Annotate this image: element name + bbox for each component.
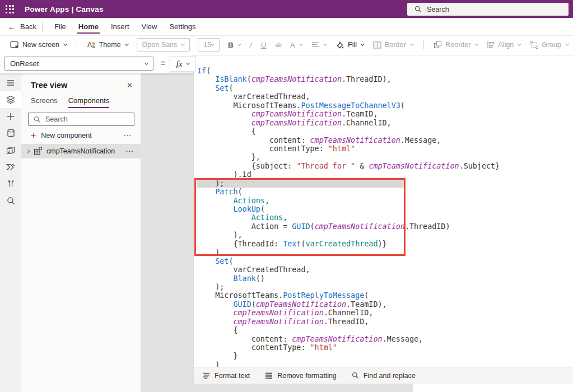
code-line[interactable]: ); — [197, 179, 404, 188]
code-line[interactable]: {subject: "Thread for " & cmpTeamsNotifi… — [197, 162, 572, 170]
font-color-icon: A — [290, 41, 295, 49]
code-line[interactable]: contentType: "html" — [197, 144, 572, 153]
property-dropdown[interactable]: OnReset — [4, 57, 153, 71]
tab-screens[interactable]: Screens — [31, 94, 58, 109]
more-options-icon[interactable]: ··· — [124, 132, 132, 139]
code-line[interactable]: If( — [197, 67, 572, 75]
remove-formatting-label: Remove formatting — [277, 372, 337, 380]
tree-search-box[interactable] — [28, 113, 134, 126]
chevron-down-icon — [410, 42, 414, 46]
format-text-button[interactable]: Format text — [202, 372, 250, 380]
menu-item-view[interactable]: View — [136, 18, 164, 35]
left-icon-rail — [0, 73, 21, 392]
font-family-select[interactable]: Open Sans — [137, 38, 190, 52]
new-screen-button[interactable]: New screen — [6, 36, 71, 54]
menu-item-home[interactable]: Home — [72, 18, 105, 35]
font-color-button[interactable]: A — [286, 36, 307, 54]
property-value: OnReset — [10, 59, 39, 68]
global-search-placeholder: Search — [427, 6, 449, 13]
back-button[interactable]: ← Back — [8, 22, 36, 31]
tab-components[interactable]: Components — [68, 94, 110, 109]
fx-button[interactable]: fx — [170, 56, 195, 72]
code-line[interactable]: cmpTeamsNotification.ThreadID, — [197, 318, 572, 326]
search-icon — [414, 6, 422, 13]
more-options-icon[interactable]: ··· — [126, 148, 134, 155]
media-icon[interactable] — [0, 142, 21, 158]
code-line[interactable]: { — [197, 127, 572, 136]
code-line[interactable]: contentType: "html" — [197, 343, 572, 352]
expand-chevron-icon[interactable] — [26, 149, 30, 153]
code-line[interactable]: varCreatedThread, — [197, 92, 572, 101]
code-line[interactable]: ).id — [197, 170, 572, 179]
theme-button[interactable]: A Theme — [83, 36, 133, 54]
remove-formatting-button[interactable]: Remove formatting — [265, 372, 337, 380]
border-button[interactable]: Border — [369, 36, 418, 54]
font-size-select[interactable]: 15 — [198, 38, 220, 52]
equals-sign: = — [161, 59, 165, 68]
tree-search-input[interactable] — [45, 115, 124, 123]
align-button[interactable]: Align — [482, 36, 525, 54]
menu-item-file[interactable]: File — [48, 18, 72, 35]
code-line[interactable]: ), — [197, 248, 572, 256]
search-panel-icon[interactable] — [0, 192, 21, 209]
code-line[interactable]: varCreatedThread, — [197, 265, 572, 274]
code-line[interactable]: ) — [197, 361, 572, 367]
component-tree-item[interactable]: cmpTeamsNotification ··· — [21, 144, 141, 158]
code-line[interactable]: ); — [197, 283, 572, 291]
code-line[interactable]: cmpTeamsNotification.ChannelID, — [197, 309, 572, 317]
code-line[interactable]: Patch( — [197, 188, 572, 196]
chevron-down-icon — [323, 42, 327, 46]
code-line[interactable]: IsBlank(cmpTeamsNotification.ThreadID), — [197, 75, 572, 83]
italic-button[interactable]: / — [245, 36, 257, 54]
underline-button[interactable]: U — [257, 36, 271, 54]
code-line[interactable]: Blank() — [197, 274, 572, 283]
hamburger-menu-icon[interactable] — [0, 74, 21, 91]
code-line[interactable]: cmpTeamsNotification.TeamID, — [197, 110, 572, 118]
code-line[interactable]: Actions, — [197, 213, 572, 222]
code-line[interactable]: LookUp( — [197, 205, 572, 213]
text-align-button[interactable] — [307, 36, 331, 54]
new-component-button[interactable]: + New component ··· — [21, 126, 141, 144]
code-line[interactable]: GUID(cmpTeamsNotification.TeamID), — [197, 300, 572, 309]
waffle-menu-icon[interactable] — [0, 0, 19, 18]
bold-button[interactable]: B — [223, 36, 245, 54]
code-line[interactable]: Actions, — [197, 197, 572, 205]
strikethrough-icon: ab — [275, 41, 281, 48]
chevron-down-icon — [474, 42, 478, 46]
code-line[interactable]: cmpTeamsNotification.ChannelID, — [197, 119, 572, 127]
data-icon[interactable] — [0, 125, 21, 142]
group-icon — [530, 41, 538, 49]
power-automate-icon[interactable] — [0, 158, 21, 175]
code-line[interactable]: } — [197, 352, 572, 360]
strikethrough-button[interactable]: ab — [271, 36, 286, 54]
find-and-replace-button[interactable]: Find and replace — [352, 372, 416, 380]
group-button[interactable]: Group — [525, 36, 573, 54]
global-search-box[interactable]: Search — [407, 3, 569, 16]
code-line[interactable]: MicrosoftTeams.PostReplyToMessage( — [197, 291, 572, 300]
code-line[interactable]: Action = GUID(cmpTeamsNotification.Threa… — [197, 222, 572, 231]
top-app-bar: Power Apps | Canvas Search — [0, 0, 573, 18]
code-line[interactable]: { — [197, 326, 572, 334]
reorder-icon — [434, 41, 442, 49]
code-line[interactable]: ), — [197, 231, 572, 239]
formula-code-area[interactable]: If( IsBlank(cmpTeamsNotification.ThreadI… — [197, 67, 572, 367]
advanced-tools-icon[interactable] — [0, 175, 21, 192]
code-line[interactable]: {ThreadId: Text(varCreatedThread)} — [197, 240, 572, 248]
fill-button[interactable]: Fill — [331, 36, 369, 54]
code-line[interactable]: MicrosoftTeams.PostMessageToChannelV3( — [197, 101, 572, 110]
code-line[interactable]: content: cmpTeamsNotification.Message, — [197, 136, 572, 144]
code-line[interactable]: Set( — [197, 84, 572, 92]
tree-view-icon[interactable] — [0, 91, 21, 108]
reorder-button[interactable]: Reorder — [429, 36, 482, 54]
font-size-value: 15 — [203, 41, 211, 49]
code-line[interactable]: content: cmpTeamsNotification.Message, — [197, 335, 572, 343]
format-text-icon — [202, 372, 210, 379]
component-name: cmpTeamsNotification — [46, 147, 115, 155]
menu-item-settings[interactable]: Settings — [163, 18, 202, 35]
code-line[interactable]: Set( — [197, 257, 572, 265]
close-icon[interactable]: ✕ — [127, 81, 133, 90]
new-screen-icon — [10, 41, 19, 49]
insert-icon[interactable] — [0, 108, 21, 125]
code-line[interactable]: }, — [197, 153, 572, 161]
menu-item-insert[interactable]: Insert — [105, 18, 136, 35]
